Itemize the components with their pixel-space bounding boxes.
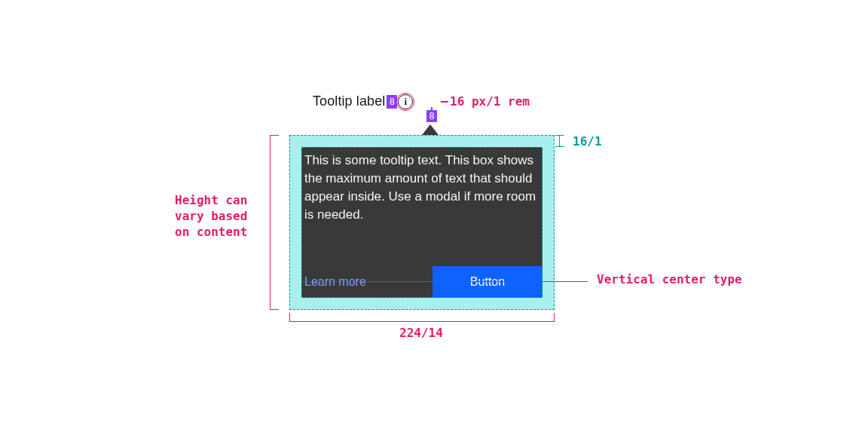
information-icon[interactable]: i [398, 94, 413, 109]
tooltip-text: This is some tooltip text. This box show… [301, 147, 542, 225]
tooltip-actions: Learn more Button [301, 266, 542, 298]
tooltip-trigger: Tooltip label 8 i [313, 93, 413, 109]
tooltip-body: This is some tooltip text. This box show… [301, 147, 542, 298]
width-annotation: 224/14 [399, 326, 443, 340]
vertical-center-annotation: Vertical center type [597, 272, 742, 288]
vertical-center-guideline [301, 281, 588, 282]
tooltip-caret [422, 124, 439, 135]
spacing-badge-vertical: 8 [426, 110, 437, 122]
padding-measure-top [559, 135, 560, 147]
primary-button[interactable]: Button [432, 266, 542, 298]
tooltip-spec-diagram: Tooltip label 8 i 16 px/1 rem 8 This is … [0, 0, 868, 432]
learn-more-link[interactable]: Learn more [301, 266, 432, 298]
height-annotation: Height can vary based on content [175, 192, 265, 240]
height-measure-bracket [270, 135, 270, 310]
measure-line [441, 101, 448, 103]
width-measure-bracket [289, 321, 555, 322]
padding-annotation-top: 16/1 [573, 134, 602, 149]
spacing-badge-horizontal: 8 [387, 95, 397, 109]
tooltip-trigger-label: Tooltip label [313, 93, 385, 109]
icon-size-annotation: 16 px/1 rem [450, 94, 530, 109]
tooltip-container: This is some tooltip text. This box show… [289, 135, 555, 310]
